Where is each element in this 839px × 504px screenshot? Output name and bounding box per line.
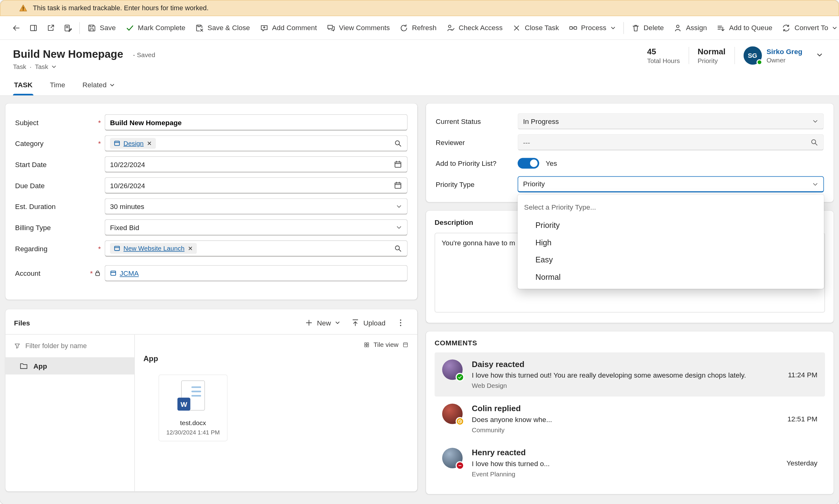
status-section: Current Status In Progress Reviewer --- (426, 103, 834, 202)
add-comment-icon (260, 23, 268, 32)
comments-section: COMMENTS Daisy reacted I love how this t… (426, 331, 834, 494)
process-icon (569, 23, 577, 32)
comment-item-daisy[interactable]: Daisy reacted I love how this turned out… (435, 353, 825, 397)
category-field[interactable]: Design (105, 136, 408, 151)
tab-time[interactable]: Time (49, 76, 66, 95)
regarding-link[interactable]: New Website Launch (123, 245, 184, 252)
mark-complete-button[interactable]: Mark Complete (121, 20, 190, 36)
account-label: Account (15, 269, 91, 277)
field-regarding: Regarding New Website Launch (15, 240, 408, 256)
account-link[interactable]: JCMA (120, 269, 139, 277)
tab-related[interactable]: Related (82, 76, 116, 95)
owner-field[interactable]: SG Sirko Greg Owner (735, 46, 810, 65)
banner-text: This task is marked trackable. Enter hou… (33, 4, 209, 12)
remove-category-icon[interactable] (147, 141, 152, 146)
dropdown-option-easy[interactable]: Easy (518, 251, 824, 269)
view-options-icon[interactable] (402, 342, 408, 348)
form-selector[interactable]: Task (35, 63, 48, 71)
file-date: 12/30/2024 1:41 PM (161, 429, 225, 435)
field-due-date: Due Date 10/26/2024 (15, 177, 408, 194)
calendar-icon[interactable] (394, 160, 402, 168)
process-button[interactable]: Process (564, 20, 620, 36)
add-comment-button[interactable]: Add Comment (255, 20, 321, 36)
search-icon[interactable] (394, 139, 402, 148)
category-link[interactable]: Design (123, 140, 143, 147)
folder-filter-input[interactable] (25, 342, 126, 350)
view-comments-icon (327, 23, 335, 32)
category-chip[interactable]: Design (110, 138, 156, 149)
check-access-button[interactable]: Check Access (441, 20, 507, 36)
save-close-button[interactable]: Save & Close (190, 20, 255, 36)
general-section: Subject Category Design (5, 103, 417, 300)
priority-list-toggle[interactable] (518, 158, 539, 168)
priority-type-combobox[interactable]: Priority (518, 176, 824, 192)
upload-button[interactable]: Upload (346, 316, 390, 330)
billing-type-dropdown[interactable]: Fixed Bid (105, 219, 408, 235)
lock-icon (94, 270, 101, 276)
est-duration-dropdown[interactable]: 30 minutes (105, 198, 408, 215)
close-task-label: Close Task (525, 23, 559, 32)
refresh-button[interactable]: Refresh (395, 20, 441, 36)
remove-regarding-icon[interactable] (188, 246, 193, 251)
chevron-down-icon (812, 118, 819, 125)
field-start-date: Start Date 10/22/2024 (15, 156, 408, 172)
comment-time: 12:51 PM (787, 415, 818, 422)
upload-icon (351, 319, 360, 327)
convert-to-button[interactable]: Convert To (777, 20, 839, 36)
regarding-field[interactable]: New Website Launch (105, 240, 408, 256)
tile-view-control[interactable]: Tile view (363, 341, 408, 348)
assign-button[interactable]: Assign (669, 20, 712, 36)
new-file-button[interactable]: New (300, 316, 345, 330)
close-task-button[interactable]: Close Task (507, 20, 564, 36)
comment-item-colin[interactable]: Colin replied Does anyone know whe... Co… (435, 397, 825, 440)
subject-input[interactable] (110, 118, 402, 126)
calendar-icon[interactable] (394, 181, 402, 190)
priority-type-value: Priority (523, 180, 545, 188)
reviewer-field[interactable]: --- (518, 134, 824, 150)
owner-avatar: SG (743, 46, 762, 65)
due-date-field[interactable]: 10/26/2024 (105, 177, 408, 194)
reviewer-value: --- (523, 138, 530, 146)
folder-filter[interactable] (5, 339, 134, 353)
dropdown-option-priority[interactable]: Priority (518, 217, 824, 234)
refresh-icon (400, 23, 408, 32)
daisy-avatar (442, 359, 463, 380)
start-date-field[interactable]: 10/22/2024 (105, 156, 408, 172)
delete-button[interactable]: Delete (627, 20, 669, 36)
save-button[interactable]: Save (82, 20, 121, 36)
side-pane-icon (29, 23, 38, 32)
status-away-icon (456, 417, 464, 426)
account-field[interactable]: JCMA (105, 265, 408, 281)
view-comments-button[interactable]: View Comments (321, 20, 395, 36)
comment-item-henry[interactable]: Henry reacted I love how this turned o..… (435, 440, 825, 485)
collapse-header-button[interactable] (813, 48, 826, 64)
comment-author: Henry reacted (472, 448, 771, 457)
folder-name: App (34, 362, 47, 370)
popout-button[interactable] (42, 20, 59, 36)
add-comment-label: Add Comment (272, 23, 317, 32)
add-to-queue-label: Add to Queue (729, 23, 772, 32)
warning-icon (19, 4, 28, 13)
view-comments-label: View Comments (339, 23, 390, 32)
owner-name[interactable]: Sirko Greg (767, 47, 802, 55)
add-to-queue-button[interactable]: Add to Queue (712, 20, 777, 36)
dropdown-option-high[interactable]: High (518, 234, 824, 251)
record-header: Build New Homepage - Saved Task · Task 4… (0, 40, 839, 96)
regarding-chip[interactable]: New Website Launch (110, 243, 197, 254)
delete-label: Delete (644, 23, 664, 32)
dropdown-option-normal[interactable]: Normal (518, 268, 824, 286)
back-button[interactable] (7, 20, 25, 36)
edit-form-button[interactable] (59, 20, 77, 36)
file-tile[interactable]: W test.docx 12/30/2024 1:41 PM (158, 375, 227, 441)
files-more-button[interactable] (391, 316, 410, 330)
subject-field[interactable] (105, 114, 408, 130)
save-status: - Saved (133, 51, 155, 59)
tab-task[interactable]: TASK (13, 76, 34, 95)
search-icon[interactable] (394, 244, 402, 253)
side-pane-button[interactable] (25, 20, 42, 36)
chevron-down-icon[interactable] (51, 64, 56, 69)
total-hours-value: 45 (647, 47, 680, 56)
current-status-dropdown[interactable]: In Progress (518, 113, 824, 129)
folder-item-app[interactable]: App (5, 357, 134, 375)
search-icon[interactable] (810, 138, 819, 147)
